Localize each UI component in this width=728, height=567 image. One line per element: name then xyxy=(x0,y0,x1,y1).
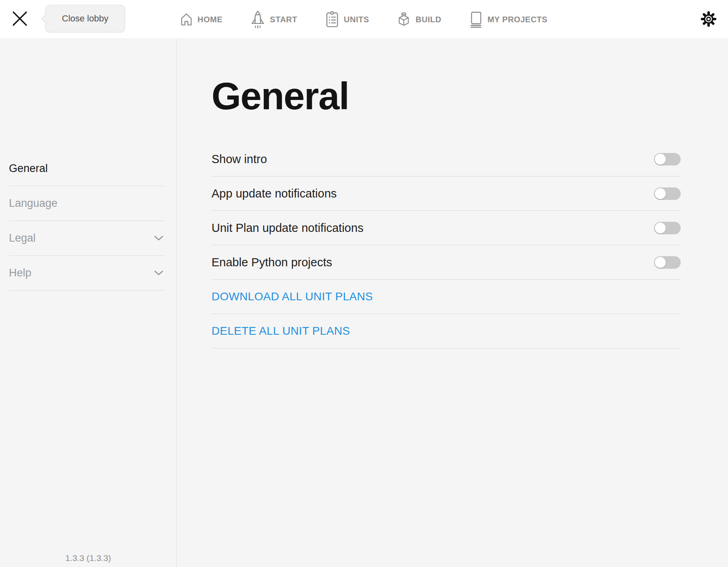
settings-main-panel: General Show intro App update notificati… xyxy=(177,39,728,567)
toggle-knob xyxy=(655,223,666,234)
close-icon xyxy=(12,22,28,28)
sidebar-item-help[interactable]: Help xyxy=(9,256,164,291)
toggle-knob xyxy=(655,188,666,199)
close-lobby-tooltip-label: Close lobby xyxy=(62,13,108,24)
chevron-down-icon xyxy=(154,270,164,276)
nav-item-label: BUILD xyxy=(416,15,442,24)
nav-item-label: START xyxy=(270,15,297,24)
main-nav: HOME START xyxy=(180,0,547,39)
nav-item-label: UNITS xyxy=(344,15,369,24)
settings-page: Close lobby HOME xyxy=(0,0,728,567)
sidebar-item-language[interactable]: Language xyxy=(9,186,164,221)
home-icon xyxy=(180,12,192,27)
setting-label: App update notifications xyxy=(212,187,337,200)
rocket-icon xyxy=(251,11,265,29)
setting-row-unit-plan-update-notifications: Unit Plan update notifications xyxy=(212,211,681,245)
clipboard-icon xyxy=(326,11,339,28)
toggle-knob xyxy=(655,154,666,165)
setting-label: Enable Python projects xyxy=(212,256,332,269)
page-title: General xyxy=(212,77,681,115)
show-intro-toggle[interactable] xyxy=(654,153,681,166)
unit-plan-update-notifications-toggle[interactable] xyxy=(654,222,681,234)
nav-item-units[interactable]: UNITS xyxy=(326,11,369,28)
sidebar-item-label: General xyxy=(9,162,48,175)
nav-item-home[interactable]: HOME xyxy=(180,12,222,27)
close-lobby-tooltip: Close lobby xyxy=(45,5,125,32)
sidebar-item-label: Legal xyxy=(9,232,36,244)
nav-item-my-projects[interactable]: MY PROJECTS xyxy=(470,11,548,28)
link-row-delete-all-unit-plans: DELETE ALL UNIT PLANS xyxy=(212,314,681,348)
setting-label: Show intro xyxy=(212,153,267,166)
setting-row-enable-python-projects: Enable Python projects xyxy=(212,245,681,280)
enable-python-projects-toggle[interactable] xyxy=(654,256,681,269)
sidebar-item-label: Language xyxy=(9,197,57,210)
nav-item-build[interactable]: BUILD xyxy=(398,11,442,28)
download-all-unit-plans-link[interactable]: DOWNLOAD ALL UNIT PLANS xyxy=(212,290,373,303)
setting-row-show-intro: Show intro xyxy=(212,142,681,176)
book-icon xyxy=(470,11,482,28)
top-bar: Close lobby HOME xyxy=(0,0,728,39)
settings-sidebar: General Language Legal Help xyxy=(0,39,177,567)
brick-icon xyxy=(398,11,411,28)
delete-all-unit-plans-link[interactable]: DELETE ALL UNIT PLANS xyxy=(212,325,350,338)
chevron-down-icon xyxy=(154,236,164,241)
setting-label: Unit Plan update notifications xyxy=(212,221,364,235)
content-area: General Language Legal Help xyxy=(0,39,728,567)
toggle-knob xyxy=(655,257,666,268)
nav-item-label: MY PROJECTS xyxy=(487,15,548,24)
sidebar-item-legal[interactable]: Legal xyxy=(9,221,164,256)
app-update-notifications-toggle[interactable] xyxy=(654,187,681,200)
gear-icon xyxy=(700,23,717,29)
nav-item-label: HOME xyxy=(197,15,222,24)
nav-item-start[interactable]: START xyxy=(251,11,297,29)
sidebar-item-general[interactable]: General xyxy=(9,151,164,186)
settings-list: Show intro App update notifications Unit… xyxy=(212,142,681,348)
setting-row-app-update-notifications: App update notifications xyxy=(212,176,681,211)
close-button[interactable] xyxy=(11,10,29,28)
app-version: 1.3.3 (1.3.3) xyxy=(0,553,176,563)
sidebar-item-label: Help xyxy=(9,267,32,279)
settings-gear-button[interactable] xyxy=(700,11,717,28)
link-row-download-all-unit-plans: DOWNLOAD ALL UNIT PLANS xyxy=(212,280,681,314)
